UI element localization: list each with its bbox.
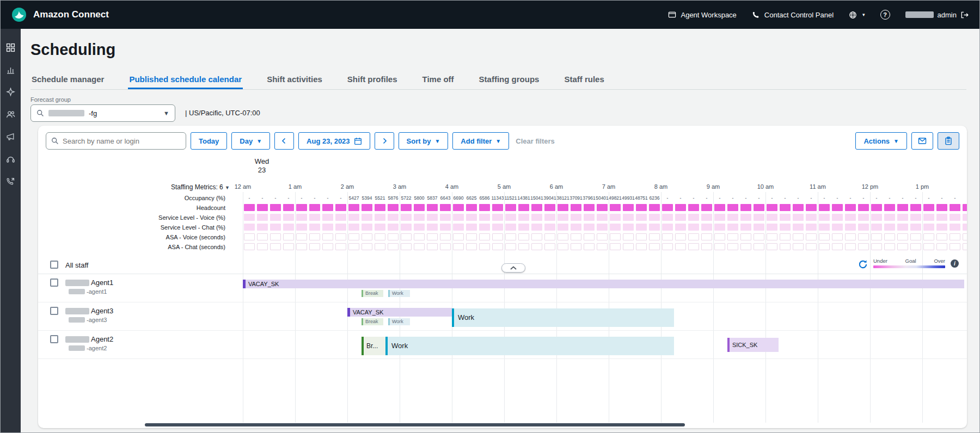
shift-vacay[interactable]: VACAY_SK [347, 308, 452, 317]
users-icon[interactable] [6, 110, 15, 119]
campaigns-megaphone-icon[interactable] [6, 132, 15, 141]
tab-schedule-manager[interactable]: Schedule manager [30, 71, 105, 89]
metric-cell [897, 204, 908, 211]
occupancy-value: - [883, 193, 896, 203]
agent-checkbox[interactable] [50, 307, 58, 315]
tab-shift-profiles[interactable]: Shift profiles [346, 71, 399, 89]
metric-cell [505, 204, 516, 211]
metric-cell [388, 224, 399, 231]
occupancy-value: - [256, 193, 269, 203]
legend-over-label: Over [934, 258, 945, 264]
time-label: 4 am [445, 183, 458, 190]
forecast-group-select[interactable]: -fg ▼ [30, 104, 175, 122]
agent-checkbox[interactable] [50, 279, 58, 287]
collapse-metrics-button[interactable] [501, 263, 525, 273]
horizontal-scrollbar[interactable] [145, 423, 685, 426]
add-filter-button[interactable]: Add filter▼ [452, 132, 509, 150]
occupancy-value: - [831, 193, 844, 203]
language-selector[interactable]: ▾ [849, 11, 865, 19]
metric-cell [492, 243, 503, 250]
tab-time-off[interactable]: Time off [421, 71, 455, 89]
all-staff-label: All staff [65, 261, 88, 269]
metric-cell [296, 204, 307, 211]
metric-cell [754, 233, 764, 240]
redacted-agent-login [69, 345, 85, 351]
tab-published-schedule-calendar[interactable]: Published schedule calendar [128, 71, 243, 89]
metric-cell [675, 243, 686, 250]
agent-headset-icon[interactable] [6, 154, 15, 164]
agent-search[interactable] [46, 132, 186, 150]
agent-names: Agent3-agent3 [65, 307, 113, 323]
occupancy-value: 14381 [517, 193, 530, 203]
metric-cell [819, 243, 830, 250]
messages-button[interactable] [911, 132, 933, 150]
metric-cell [950, 204, 960, 211]
occupancy-value: 5876 [387, 193, 400, 203]
metric-cell [845, 214, 856, 221]
metric-cell [832, 243, 843, 250]
forecast-group-label: Forecast group [30, 96, 71, 103]
info-icon[interactable]: i [951, 259, 959, 268]
metric-cell [296, 243, 307, 250]
metric-cell [819, 204, 830, 211]
audit-trail-button[interactable] [938, 132, 959, 150]
shift-work[interactable]: Work [452, 308, 674, 327]
occupancy-value: 11343 [491, 193, 504, 203]
shift-chip-break[interactable]: Break [362, 290, 383, 297]
shift-vacay[interactable]: VACAY_SK [243, 280, 964, 288]
metric-cell [505, 224, 516, 231]
dashboard-icon[interactable] [6, 43, 15, 52]
agent-workspace-link[interactable]: Agent Workspace [668, 11, 736, 19]
metric-cell [244, 214, 255, 221]
outbound-calls-icon[interactable] [6, 177, 15, 186]
occupancy-value: 5837 [426, 193, 439, 203]
metric-cell [401, 224, 412, 231]
metric-cell [244, 233, 255, 240]
date-picker[interactable]: Aug 23, 2023 [298, 132, 370, 150]
metric-cell [375, 233, 385, 240]
metric-cell [597, 233, 608, 240]
refresh-icon[interactable] [858, 259, 868, 269]
metric-cell [453, 224, 464, 231]
actions-button[interactable]: Actions▼ [855, 132, 907, 150]
metric-cell [597, 214, 608, 221]
view-mode-button[interactable]: Day▼ [231, 132, 270, 150]
metric-cell [453, 243, 464, 250]
staffing-metrics-dropdown[interactable]: Staffing Metrics: 6 ▼ [38, 183, 230, 191]
today-button[interactable]: Today [191, 132, 227, 150]
forecasting-icon[interactable] [6, 88, 15, 97]
shift-chip-break[interactable]: Break [362, 318, 383, 325]
metric-cell [610, 233, 621, 240]
agent-checkbox[interactable] [50, 335, 58, 343]
sort-by-button[interactable]: Sort by▼ [399, 132, 449, 150]
shift-chip-work[interactable]: Work [388, 290, 410, 297]
main-content: Scheduling Schedule managerPublished sch… [21, 29, 979, 432]
metric-cell [950, 224, 960, 231]
shift-chip-work[interactable]: Work [388, 318, 410, 325]
metric-cell [466, 214, 477, 221]
all-staff-checkbox[interactable] [50, 261, 58, 269]
tab-shift-activities[interactable]: Shift activities [266, 71, 323, 89]
analytics-icon[interactable] [6, 65, 15, 75]
metric-cell [244, 224, 255, 231]
metric-cell [401, 243, 412, 250]
tab-staff-rules[interactable]: Staff rules [563, 71, 605, 89]
occupancy-value: - [321, 193, 334, 203]
help-icon[interactable]: ? [880, 10, 890, 20]
prev-day-button[interactable] [274, 132, 294, 150]
redacted-agent-login [69, 317, 85, 323]
user-menu[interactable]: admin [905, 11, 969, 19]
shift-sick[interactable]: SICK_SK [727, 338, 779, 352]
contact-control-panel-link[interactable]: Contact Control Panel [752, 11, 834, 19]
tab-staffing-groups[interactable]: Staffing groups [478, 71, 541, 89]
shift-work[interactable]: Work [385, 337, 674, 355]
metric-cell [858, 214, 869, 221]
metric-cell [479, 214, 490, 221]
search-input[interactable] [63, 137, 181, 145]
shift-break[interactable]: Br... [362, 337, 385, 355]
next-day-button[interactable] [375, 132, 394, 150]
clear-filters-link[interactable]: Clear filters [516, 137, 555, 145]
metric-cell [257, 233, 268, 240]
metric-cell [897, 214, 908, 221]
metric-cell [923, 233, 934, 240]
